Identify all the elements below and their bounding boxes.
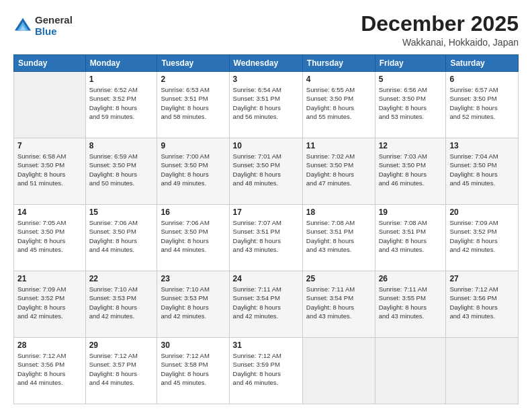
day-info: Sunrise: 7:00 AMSunset: 3:50 PMDaylight:… bbox=[161, 152, 225, 187]
day-number: 9 bbox=[161, 141, 225, 150]
day-cell: 3Sunrise: 6:54 AMSunset: 3:51 PMDaylight… bbox=[229, 72, 302, 138]
day-cell: 11Sunrise: 7:02 AMSunset: 3:50 PMDayligh… bbox=[302, 138, 375, 205]
day-info: Sunrise: 6:54 AMSunset: 3:51 PMDaylight:… bbox=[233, 85, 299, 121]
day-cell: 27Sunrise: 7:12 AMSunset: 3:56 PMDayligh… bbox=[446, 271, 519, 338]
week-row-3: 21Sunrise: 7:09 AMSunset: 3:52 PMDayligh… bbox=[14, 271, 519, 338]
day-number: 15 bbox=[89, 208, 154, 217]
day-number: 17 bbox=[233, 208, 299, 217]
week-row-1: 7Sunrise: 6:58 AMSunset: 3:50 PMDaylight… bbox=[14, 138, 519, 205]
day-info: Sunrise: 7:07 AMSunset: 3:51 PMDaylight:… bbox=[233, 218, 299, 254]
day-info: Sunrise: 6:59 AMSunset: 3:50 PMDaylight:… bbox=[89, 152, 154, 187]
header-cell-wednesday: Wednesday bbox=[229, 55, 302, 72]
day-number: 18 bbox=[306, 208, 371, 217]
day-number: 21 bbox=[17, 274, 82, 283]
day-number: 12 bbox=[379, 141, 443, 150]
logo-blue-text: Blue bbox=[35, 26, 73, 38]
day-info: Sunrise: 7:12 AMSunset: 3:58 PMDaylight:… bbox=[161, 351, 225, 387]
day-info: Sunrise: 7:03 AMSunset: 3:50 PMDaylight:… bbox=[379, 152, 443, 187]
location: Wakkanai, Hokkaido, Japan bbox=[361, 37, 519, 48]
day-cell: 16Sunrise: 7:06 AMSunset: 3:50 PMDayligh… bbox=[157, 205, 229, 271]
day-info: Sunrise: 7:09 AMSunset: 3:52 PMDaylight:… bbox=[449, 218, 515, 254]
day-number: 19 bbox=[379, 208, 443, 217]
day-cell: 26Sunrise: 7:11 AMSunset: 3:55 PMDayligh… bbox=[375, 271, 446, 338]
day-number: 11 bbox=[306, 141, 371, 150]
day-cell: 5Sunrise: 6:56 AMSunset: 3:50 PMDaylight… bbox=[375, 72, 446, 138]
day-info: Sunrise: 7:08 AMSunset: 3:51 PMDaylight:… bbox=[306, 218, 371, 254]
day-number: 30 bbox=[161, 340, 225, 350]
day-info: Sunrise: 7:12 AMSunset: 3:57 PMDaylight:… bbox=[89, 351, 154, 387]
title-block: December 2025 Wakkanai, Hokkaido, Japan bbox=[361, 12, 519, 48]
day-number: 10 bbox=[233, 141, 299, 150]
day-info: Sunrise: 7:11 AMSunset: 3:54 PMDaylight:… bbox=[306, 285, 371, 320]
day-number: 23 bbox=[161, 274, 225, 283]
day-cell: 28Sunrise: 7:12 AMSunset: 3:56 PMDayligh… bbox=[14, 338, 86, 404]
day-info: Sunrise: 7:08 AMSunset: 3:51 PMDaylight:… bbox=[379, 218, 443, 254]
day-cell bbox=[14, 72, 86, 138]
page: General Blue December 2025 Wakkanai, Hok… bbox=[0, 0, 532, 411]
day-info: Sunrise: 7:04 AMSunset: 3:50 PMDaylight:… bbox=[449, 152, 515, 187]
day-number: 8 bbox=[89, 141, 154, 150]
day-cell: 4Sunrise: 6:55 AMSunset: 3:50 PMDaylight… bbox=[302, 72, 375, 138]
day-number: 22 bbox=[89, 274, 154, 283]
day-cell: 10Sunrise: 7:01 AMSunset: 3:50 PMDayligh… bbox=[229, 138, 302, 205]
day-number: 2 bbox=[161, 75, 225, 84]
day-number: 26 bbox=[379, 274, 443, 283]
day-cell: 18Sunrise: 7:08 AMSunset: 3:51 PMDayligh… bbox=[302, 205, 375, 271]
day-cell: 21Sunrise: 7:09 AMSunset: 3:52 PMDayligh… bbox=[14, 271, 86, 338]
logo: General Blue bbox=[13, 15, 73, 37]
week-row-2: 14Sunrise: 7:05 AMSunset: 3:50 PMDayligh… bbox=[14, 205, 519, 271]
day-info: Sunrise: 6:58 AMSunset: 3:50 PMDaylight:… bbox=[17, 152, 82, 187]
day-info: Sunrise: 7:12 AMSunset: 3:56 PMDaylight:… bbox=[449, 285, 515, 320]
day-number: 1 bbox=[89, 75, 154, 84]
day-cell: 9Sunrise: 7:00 AMSunset: 3:50 PMDaylight… bbox=[157, 138, 229, 205]
day-number: 4 bbox=[306, 75, 371, 84]
day-info: Sunrise: 7:10 AMSunset: 3:53 PMDaylight:… bbox=[89, 285, 154, 320]
day-info: Sunrise: 7:02 AMSunset: 3:50 PMDaylight:… bbox=[306, 152, 371, 187]
day-info: Sunrise: 7:10 AMSunset: 3:53 PMDaylight:… bbox=[161, 285, 225, 320]
day-cell: 14Sunrise: 7:05 AMSunset: 3:50 PMDayligh… bbox=[14, 205, 86, 271]
day-number: 25 bbox=[306, 274, 371, 283]
day-cell: 7Sunrise: 6:58 AMSunset: 3:50 PMDaylight… bbox=[14, 138, 86, 205]
calendar-header-row: SundayMondayTuesdayWednesdayThursdayFrid… bbox=[14, 55, 519, 72]
day-number: 16 bbox=[161, 208, 225, 217]
day-cell: 13Sunrise: 7:04 AMSunset: 3:50 PMDayligh… bbox=[446, 138, 519, 205]
day-cell: 20Sunrise: 7:09 AMSunset: 3:52 PMDayligh… bbox=[446, 205, 519, 271]
header-cell-monday: Monday bbox=[85, 55, 157, 72]
logo-text: General Blue bbox=[35, 15, 73, 37]
day-info: Sunrise: 7:12 AMSunset: 3:59 PMDaylight:… bbox=[233, 351, 299, 387]
day-cell: 29Sunrise: 7:12 AMSunset: 3:57 PMDayligh… bbox=[85, 338, 157, 404]
day-cell: 25Sunrise: 7:11 AMSunset: 3:54 PMDayligh… bbox=[302, 271, 375, 338]
day-number: 5 bbox=[379, 75, 443, 84]
day-cell: 2Sunrise: 6:53 AMSunset: 3:51 PMDaylight… bbox=[157, 72, 229, 138]
month-title: December 2025 bbox=[361, 12, 519, 36]
day-info: Sunrise: 7:06 AMSunset: 3:50 PMDaylight:… bbox=[161, 218, 225, 254]
day-cell: 23Sunrise: 7:10 AMSunset: 3:53 PMDayligh… bbox=[157, 271, 229, 338]
day-number: 24 bbox=[233, 274, 299, 283]
day-info: Sunrise: 7:09 AMSunset: 3:52 PMDaylight:… bbox=[17, 285, 82, 320]
day-info: Sunrise: 6:57 AMSunset: 3:50 PMDaylight:… bbox=[449, 85, 515, 121]
day-info: Sunrise: 6:53 AMSunset: 3:51 PMDaylight:… bbox=[161, 85, 225, 121]
logo-general-text: General bbox=[35, 15, 73, 26]
day-number: 3 bbox=[233, 75, 299, 84]
day-cell bbox=[302, 338, 375, 404]
day-cell: 19Sunrise: 7:08 AMSunset: 3:51 PMDayligh… bbox=[375, 205, 446, 271]
day-cell bbox=[375, 338, 446, 404]
header: General Blue December 2025 Wakkanai, Hok… bbox=[13, 12, 519, 48]
day-number: 7 bbox=[17, 141, 82, 150]
day-info: Sunrise: 7:11 AMSunset: 3:55 PMDaylight:… bbox=[379, 285, 443, 320]
logo-icon bbox=[13, 17, 32, 36]
day-info: Sunrise: 6:56 AMSunset: 3:50 PMDaylight:… bbox=[379, 85, 443, 121]
day-cell: 30Sunrise: 7:12 AMSunset: 3:58 PMDayligh… bbox=[157, 338, 229, 404]
day-info: Sunrise: 7:12 AMSunset: 3:56 PMDaylight:… bbox=[17, 351, 82, 387]
day-number: 28 bbox=[17, 340, 82, 350]
day-number: 13 bbox=[449, 141, 515, 150]
day-cell: 1Sunrise: 6:52 AMSunset: 3:52 PMDaylight… bbox=[85, 72, 157, 138]
day-cell: 12Sunrise: 7:03 AMSunset: 3:50 PMDayligh… bbox=[375, 138, 446, 205]
day-info: Sunrise: 7:01 AMSunset: 3:50 PMDaylight:… bbox=[233, 152, 299, 187]
day-number: 20 bbox=[449, 208, 515, 217]
header-cell-tuesday: Tuesday bbox=[157, 55, 229, 72]
week-row-4: 28Sunrise: 7:12 AMSunset: 3:56 PMDayligh… bbox=[14, 338, 519, 404]
header-cell-sunday: Sunday bbox=[14, 55, 86, 72]
day-cell: 8Sunrise: 6:59 AMSunset: 3:50 PMDaylight… bbox=[85, 138, 157, 205]
day-cell: 24Sunrise: 7:11 AMSunset: 3:54 PMDayligh… bbox=[229, 271, 302, 338]
